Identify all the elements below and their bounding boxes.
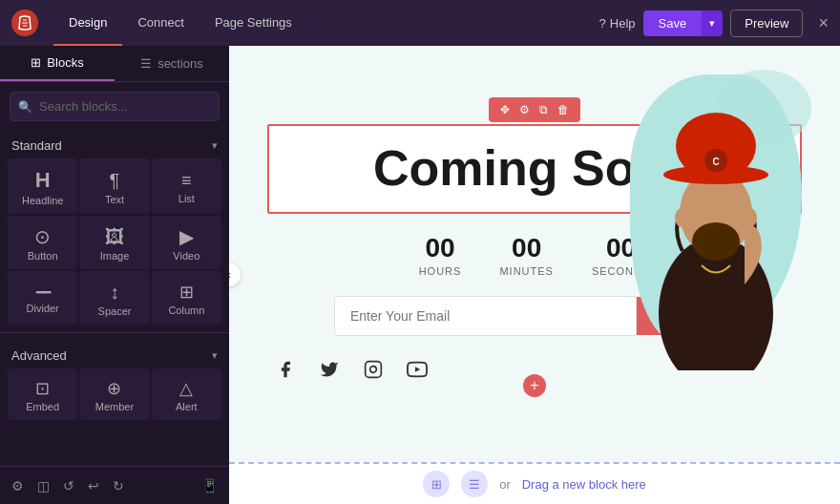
sidebar-tabs: ⊞ Blocks ☰ sections <box>0 46 229 82</box>
block-label: Spacer <box>98 305 132 317</box>
block-label: Text <box>105 194 124 205</box>
preview-button[interactable]: Preview <box>730 10 803 37</box>
blocks-icon: ⊞ <box>31 55 41 70</box>
nav-tab-page-settings[interactable]: Page Settings <box>200 0 307 46</box>
main-layout: ⊞ Blocks ☰ sections 🔍 Standard ▾ H Headl… <box>0 46 840 504</box>
svg-rect-0 <box>366 361 382 377</box>
duplicate-icon[interactable]: ⧉ <box>536 101 552 118</box>
blocks-grid: H Headline ¶ Text ≡ List ⊙ Button 🖼 Imag… <box>0 158 229 325</box>
instagram-icon[interactable] <box>359 355 388 384</box>
bottom-drag-bar: ⊞ ☰ or Drag a new block here <box>229 462 840 504</box>
minutes-label: MINUTES <box>499 265 554 277</box>
standard-section-title: Standard <box>11 138 62 153</box>
block-label: List <box>178 193 195 204</box>
svg-point-10 <box>675 208 688 227</box>
twitter-icon[interactable] <box>315 355 344 384</box>
mobile-icon[interactable]: 📱 <box>198 474 221 497</box>
block-text[interactable]: ¶ Text <box>79 158 149 214</box>
settings-icon[interactable]: ⚙ <box>8 474 28 497</box>
block-alert[interactable]: △ Alert <box>152 368 221 420</box>
advanced-section-title: Advanced <box>11 348 67 363</box>
person-svg: C <box>620 65 811 370</box>
help-link[interactable]: ? Help <box>599 16 636 31</box>
svg-point-11 <box>744 208 757 227</box>
nav-tab-design[interactable]: Design <box>53 0 122 46</box>
block-headline[interactable]: H Headline <box>8 158 77 214</box>
block-image[interactable]: 🖼 Image <box>79 216 149 269</box>
layers-icon[interactable]: ◫ <box>33 474 53 497</box>
svg-marker-2 <box>415 367 420 372</box>
sections-icon: ☰ <box>140 56 152 71</box>
tool-icons: ⚙ ◫ ↺ ↩ ↻ <box>8 474 128 497</box>
headline-icon: H <box>35 170 51 191</box>
button-icon: ⊙ <box>34 227 51 246</box>
save-group: Save ▾ <box>643 10 724 36</box>
tab-sections[interactable]: ☰ sections <box>115 46 229 81</box>
block-label: Alert <box>176 401 198 412</box>
minutes-value: 00 <box>499 233 554 263</box>
email-input[interactable] <box>334 296 637 336</box>
countdown-minutes: 00 MINUTES <box>499 233 554 277</box>
tab-blocks[interactable]: ⊞ Blocks <box>0 46 115 81</box>
video-icon: ▶ <box>179 227 194 246</box>
gear-icon[interactable]: ⚙ <box>515 101 534 118</box>
advanced-blocks-grid: ⊡ Embed ⊕ Member △ Alert <box>0 368 229 420</box>
or-text: or <box>499 477 511 492</box>
search-icon: 🔍 <box>18 100 32 114</box>
embed-icon: ⊡ <box>35 380 50 397</box>
hours-label: HOURS <box>419 265 462 277</box>
undo-icon[interactable]: ↩ <box>84 474 103 497</box>
block-embed[interactable]: ⊡ Embed <box>8 368 77 420</box>
top-nav: Design Connect Page Settings ? Help Save… <box>0 0 840 46</box>
block-label: Button <box>28 250 58 262</box>
history-icon[interactable]: ↺ <box>59 474 78 497</box>
app-logo[interactable] <box>11 10 38 36</box>
search-input[interactable] <box>10 92 220 121</box>
alert-icon: △ <box>179 380 193 397</box>
block-divider[interactable]: ━━ Divider <box>8 271 77 325</box>
delete-icon[interactable]: 🗑 <box>554 101 573 118</box>
block-spacer[interactable]: ↕ Spacer <box>79 271 149 325</box>
bottom-icon-grid[interactable]: ⊞ <box>423 471 450 497</box>
add-block-button[interactable]: + <box>523 374 546 397</box>
sidebar: ⊞ Blocks ☰ sections 🔍 Standard ▾ H Headl… <box>0 46 229 504</box>
standard-section-header: Standard ▾ <box>0 131 229 158</box>
block-label: Video <box>173 250 200 262</box>
countdown-hours: 00 HOURS <box>419 233 462 277</box>
nav-tab-connect[interactable]: Connect <box>122 0 199 46</box>
person-image-area: C <box>620 65 811 389</box>
column-icon: ⊞ <box>179 284 194 301</box>
image-icon: 🖼 <box>105 227 124 246</box>
advanced-chevron-icon[interactable]: ▾ <box>212 349 218 362</box>
block-button[interactable]: ⊙ Button <box>8 216 77 269</box>
text-icon: ¶ <box>110 171 120 190</box>
block-label: Divider <box>27 303 59 314</box>
facebook-icon[interactable] <box>271 355 300 384</box>
section-divider <box>0 332 229 333</box>
svg-point-9 <box>692 222 740 261</box>
save-dropdown-button[interactable]: ▾ <box>702 10 723 36</box>
drag-label[interactable]: Drag a new block here <box>522 477 646 492</box>
bottom-icon-text[interactable]: ☰ <box>461 471 488 497</box>
standard-chevron-icon[interactable]: ▾ <box>212 139 218 152</box>
block-video[interactable]: ▶ Video <box>152 216 221 269</box>
divider-icon: ━━ <box>36 285 50 299</box>
close-button[interactable]: × <box>818 13 829 33</box>
block-label: Member <box>95 401 134 412</box>
list-icon: ≡ <box>181 172 192 189</box>
spacer-icon: ↕ <box>110 283 119 302</box>
advanced-section-header: Advanced ▾ <box>0 341 229 368</box>
move-icon[interactable]: ✥ <box>496 101 514 118</box>
refresh-icon[interactable]: ↻ <box>109 474 128 497</box>
nav-right: ? Help Save ▾ Preview × <box>599 10 829 37</box>
block-label: Column <box>168 304 204 316</box>
block-column[interactable]: ⊞ Column <box>152 271 221 325</box>
save-button[interactable]: Save <box>643 10 703 36</box>
youtube-icon[interactable] <box>403 355 431 384</box>
svg-text:C: C <box>712 157 719 167</box>
search-box: 🔍 <box>10 92 220 121</box>
block-list[interactable]: ≡ List <box>152 158 221 214</box>
block-label: Embed <box>26 401 59 412</box>
block-member[interactable]: ⊕ Member <box>79 368 149 420</box>
canvas-content: ✥ ⚙ ⧉ 🗑 Coming Soon + 00 HOURS 00 <box>229 46 840 462</box>
